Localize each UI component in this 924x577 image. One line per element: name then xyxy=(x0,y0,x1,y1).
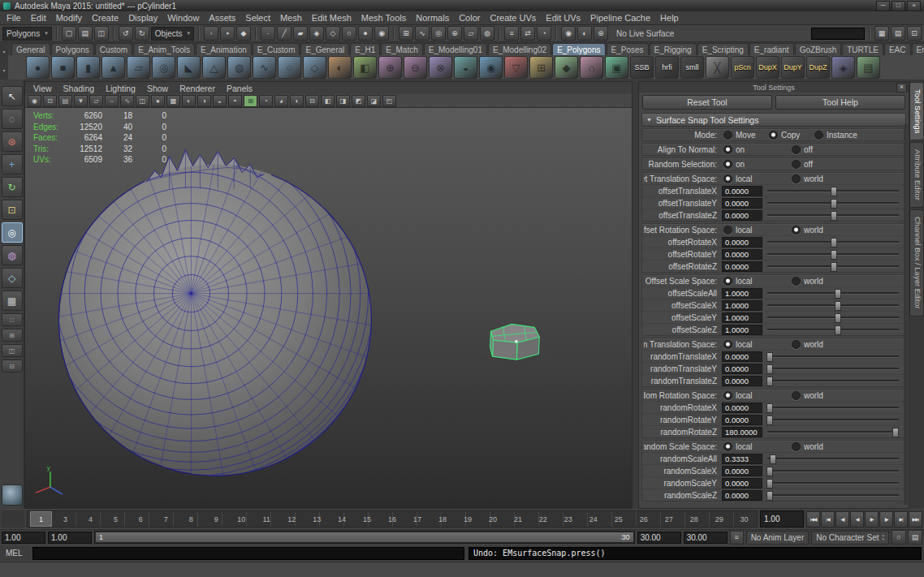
menu-window[interactable]: Window xyxy=(162,13,204,23)
randomrotatez-slider[interactable] xyxy=(767,427,899,437)
mel-label[interactable]: MEL xyxy=(2,549,28,558)
rotate-tool-icon[interactable]: ↻ xyxy=(2,177,23,197)
randomrotatey-field[interactable]: 0.0000 xyxy=(722,415,762,425)
tool-help-button[interactable]: Tool Help xyxy=(775,95,905,110)
shadows-icon[interactable]: ◑ xyxy=(197,95,211,107)
shelf-tab-eac[interactable]: EAC xyxy=(884,43,911,55)
frame-tick-14[interactable]: 14 xyxy=(330,515,355,523)
hrfi-script-icon[interactable]: hrfi xyxy=(655,56,679,79)
menu-help[interactable]: Help xyxy=(655,13,684,23)
last-tool-icon[interactable]: ▦ xyxy=(2,291,23,311)
slider-handle[interactable] xyxy=(835,313,841,323)
range-start-handle[interactable]: 1 xyxy=(99,533,103,541)
poly-cylinder-icon[interactable]: ▮ xyxy=(76,56,100,79)
four-pane-layout-button[interactable]: ⊞ xyxy=(2,329,23,342)
redo-icon[interactable]: ↻ xyxy=(135,26,149,41)
mode-move-radio[interactable]: Move xyxy=(723,131,769,140)
go-to-start-button[interactable]: |◀◀ xyxy=(806,511,820,527)
slider-handle[interactable] xyxy=(766,377,773,386)
poly-pipe-icon[interactable]: ◍ xyxy=(227,56,251,79)
frame-tick-21[interactable]: 21 xyxy=(505,515,530,523)
select-by-object-icon[interactable]: ▪ xyxy=(220,26,235,41)
randomtranslatez-field[interactable]: 0.0000 xyxy=(722,376,762,386)
animation-end-field[interactable]: 30.00 xyxy=(684,532,728,544)
menu-modify[interactable]: Modify xyxy=(51,13,87,23)
auto-keyframe-button[interactable]: ○ xyxy=(892,530,906,545)
randomscaleall-slider[interactable] xyxy=(767,454,899,463)
dupz-script-icon[interactable]: DupZ xyxy=(806,56,830,79)
shelf-tab-envarttools[interactable]: EnvArtTools xyxy=(912,43,924,55)
offset-rotation-space-world-radio[interactable]: world xyxy=(792,226,860,235)
persp-outliner-layout-button[interactable]: ◫ xyxy=(2,344,23,357)
randomscalez-slider[interactable] xyxy=(767,490,899,500)
point-mask-icon[interactable]: · xyxy=(261,26,275,41)
face-mask-icon[interactable]: ▰ xyxy=(293,26,308,41)
random-scale-space-world-radio[interactable]: world xyxy=(792,442,860,451)
offsetscalez-slider[interactable] xyxy=(767,325,899,334)
menu-create[interactable]: Create xyxy=(87,13,123,23)
close-icon[interactable]: × xyxy=(896,83,907,93)
sculpt-tool-icon[interactable]: ◐ xyxy=(328,56,352,79)
play-backward-button[interactable]: ◀ xyxy=(850,511,864,527)
menu-color[interactable]: Color xyxy=(454,13,485,23)
mel-input[interactable] xyxy=(32,547,464,560)
menu-edit-mesh[interactable]: Edit Mesh xyxy=(307,13,356,23)
menu-create-uvs[interactable]: Create UVs xyxy=(485,13,541,23)
textured-mode-icon[interactable]: ▩ xyxy=(166,95,180,107)
random-selection-on-radio[interactable]: on xyxy=(723,160,792,169)
pscn-script-icon[interactable]: pScn xyxy=(731,56,754,79)
shaded-mode-icon[interactable]: ● xyxy=(151,95,165,107)
shelf-tab-e-radiant[interactable]: E_radiant xyxy=(749,43,794,55)
offsettranslatey-field[interactable]: 0.0000 xyxy=(722,198,762,209)
select-by-component-icon[interactable]: ◆ xyxy=(236,26,251,41)
slider-handle[interactable] xyxy=(831,187,837,196)
shelf-tab-general[interactable]: General xyxy=(11,43,50,55)
snap-to-grid-icon[interactable]: ⊞ xyxy=(399,26,413,41)
menu-assets[interactable]: Assets xyxy=(204,13,240,23)
offsetscaleall-field[interactable]: 1.0000 xyxy=(722,288,762,299)
current-frame-field[interactable]: 1.00 xyxy=(760,510,804,527)
slider-handle[interactable] xyxy=(766,479,773,489)
shelf-tab-e-animation[interactable]: E_Animation xyxy=(196,43,252,55)
offsetscaleall-slider[interactable] xyxy=(767,288,899,298)
panel-menu-view[interactable]: View xyxy=(28,84,57,93)
randomscalex-slider[interactable] xyxy=(767,466,899,476)
frame-tick-23[interactable]: 23 xyxy=(555,515,581,523)
mode-instance-radio[interactable]: Instance xyxy=(814,131,860,140)
animation-start-field[interactable]: 1.00 xyxy=(2,532,45,544)
image-plane-icon[interactable]: ▱ xyxy=(89,95,103,107)
menu-mesh[interactable]: Mesh xyxy=(275,13,307,23)
random-rotation-space-local-radio[interactable]: local xyxy=(723,391,792,400)
offset-scale-space-world-radio[interactable]: world xyxy=(792,277,860,286)
show-manipulator-tool-icon[interactable]: ◇ xyxy=(2,268,23,288)
safe-title-icon[interactable]: ◰ xyxy=(382,95,396,107)
randomscalez-field[interactable]: 0.0000 xyxy=(722,490,762,501)
scale-tool-icon[interactable]: ⊡ xyxy=(2,200,23,220)
offsetscaley-field[interactable]: 1.0000 xyxy=(722,312,762,323)
frame-tick-19[interactable]: 19 xyxy=(455,515,480,523)
animation-preferences-button[interactable]: ▤ xyxy=(908,530,922,545)
slider-handle[interactable] xyxy=(831,262,837,272)
frame-tick-20[interactable]: 20 xyxy=(480,515,505,523)
joint-xray-icon[interactable]: ◕ xyxy=(274,95,288,107)
custom-script-b-icon[interactable]: ▤ xyxy=(857,56,880,79)
bevel-icon[interactable]: ◆ xyxy=(555,56,578,79)
custom-script-a-icon[interactable]: ◈ xyxy=(831,56,855,79)
frame-tick-13[interactable]: 13 xyxy=(304,515,330,523)
smooth-icon[interactable]: ◉ xyxy=(479,56,503,79)
new-scene-icon[interactable]: ▢ xyxy=(62,26,76,41)
panel-tab-tool-settings[interactable]: Tool Settings xyxy=(909,82,924,140)
frame-tick-6[interactable]: 6 xyxy=(128,515,153,523)
randomscaley-slider[interactable] xyxy=(767,478,899,488)
random-translation-space-local-radio[interactable]: local xyxy=(723,340,792,349)
extrude-icon[interactable]: ⊞ xyxy=(529,56,553,79)
offsetscalex-slider[interactable] xyxy=(767,300,899,310)
select-tool-icon[interactable]: ↖ xyxy=(2,86,23,106)
viewport-canvas[interactable]: y xyxy=(25,108,632,508)
render-settings-icon[interactable]: ⊛ xyxy=(594,26,608,41)
reset-tool-button[interactable]: Reset Tool xyxy=(642,95,772,110)
panel-menu-show[interactable]: Show xyxy=(142,84,173,93)
frame-tick-27[interactable]: 27 xyxy=(656,515,681,523)
lasso-tool-icon[interactable]: ◌ xyxy=(2,109,23,129)
deformed-sphere-object[interactable] xyxy=(25,108,390,491)
